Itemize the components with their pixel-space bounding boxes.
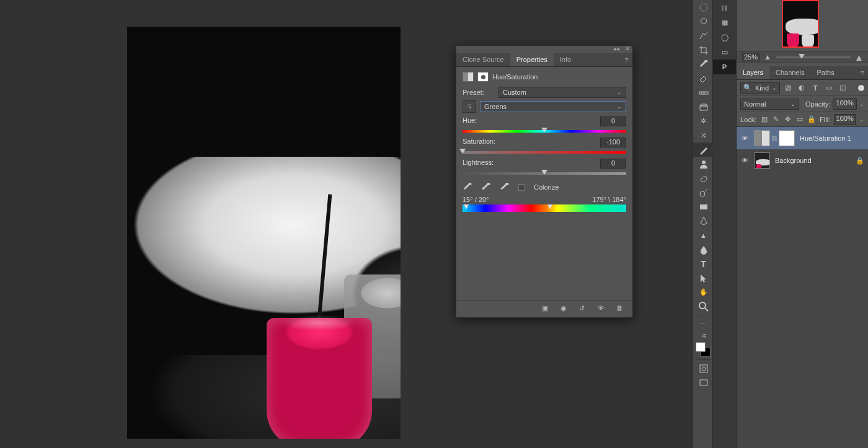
fill-value[interactable]: 100% [834,114,856,125]
navigator-thumbnail[interactable] [782,0,819,48]
blend-mode-dropdown[interactable]: Normal ⌄ [740,99,799,110]
panel-titlebar[interactable]: ◂◂ ✕ [456,46,632,53]
filter-type-icon[interactable]: T [810,82,821,94]
filter-adjustment-icon[interactable]: ◐ [796,82,807,94]
pen-tool-icon[interactable] [693,214,714,228]
color-range-strip[interactable] [463,204,626,212]
foreground-color-swatch[interactable] [696,342,706,352]
toggle-visibility-icon[interactable]: 👁 [598,304,608,314]
saturation-slider[interactable] [463,149,626,155]
quick-mask-icon[interactable] [693,361,714,376]
layer-row[interactable]: 👁 ⛓ Hue/Saturation 1 [737,127,868,149]
collapse-icon[interactable]: ◂◂ [613,46,619,52]
filter-toggle[interactable] [858,85,864,91]
clip-to-layer-icon[interactable]: ▣ [542,304,552,314]
targeted-adjustment-tool[interactable]: ☟ [463,100,476,113]
smudge-tool-icon[interactable] [693,171,714,185]
type-tool-icon[interactable]: T [693,257,714,271]
filter-pixel-icon[interactable]: ▧ [782,82,794,94]
zoom-tool-icon[interactable] [693,299,714,314]
mask-thumbnail[interactable] [779,130,795,146]
layer-thumbnail[interactable] [754,152,770,169]
quick-selection-tool-icon[interactable] [693,29,714,43]
ruler-tool-icon[interactable] [693,86,714,100]
lock-pixels-icon[interactable]: ✎ [772,115,780,124]
range-right-handle[interactable] [547,204,552,209]
layer-mask-icon[interactable] [477,72,489,82]
zoom-in-mountain-icon[interactable]: ▲ [854,52,863,63]
saturation-value[interactable]: -100 [600,138,626,147]
circle-preset-icon[interactable]: ◯ [713,30,736,45]
zoom-slider[interactable] [776,56,851,58]
channel-dropdown[interactable]: Greens ⌄ [480,101,626,112]
hue-value[interactable]: 0 [600,116,626,126]
close-icon[interactable]: ✕ [625,46,630,52]
presets-p-icon[interactable]: P [713,59,736,74]
eyedropper-icon[interactable] [463,182,472,192]
layer-name[interactable]: Background [775,157,812,164]
color-swap-icon[interactable]: ⤮ [693,331,714,340]
visibility-toggle-icon[interactable]: 👁 [740,157,749,164]
tab-info[interactable]: Info [554,53,577,66]
tab-layers[interactable]: Layers [737,66,769,79]
eyedropper-add-icon[interactable] [481,182,491,192]
filter-shape-icon[interactable]: ▭ [823,82,835,94]
zoom-out-mountain-icon[interactable]: ▲ [764,53,773,61]
foreground-background-swatch[interactable] [696,342,711,357]
adjustment-thumbnail[interactable] [754,130,770,146]
opacity-value[interactable]: 100% [833,99,857,110]
layer-filter-kind-dropdown[interactable]: 🔍 Kind ⌄ [740,82,780,94]
panel-menu-icon[interactable]: ≡ [621,53,632,66]
histogram-icon[interactable]: ⫿⫿ [713,0,736,15]
delete-adjustment-icon[interactable]: 🗑 [616,304,626,314]
panel-menu-icon[interactable]: ≡ [857,66,868,79]
triangle-shape-icon[interactable]: ▲ [693,228,714,242]
lightness-slider[interactable] [463,170,626,176]
brush-tool-icon[interactable] [693,143,714,157]
eyedropper-tool-icon[interactable] [693,57,714,71]
person-portrait-icon[interactable] [693,157,714,171]
chevron-down-icon[interactable]: ⌄ [859,116,864,123]
layer-row[interactable]: 👁 Background 🔒 [737,149,868,172]
document-window[interactable] [127,27,401,439]
clone-stamp-tool-icon[interactable] [693,100,714,114]
marquee-ellipse-tool-icon[interactable] [693,0,714,14]
rectangle-tool-icon[interactable] [693,200,714,214]
lasso-tool-icon[interactable] [693,14,714,29]
lock-transparency-icon[interactable]: ▨ [760,115,768,124]
lightness-slider-knob[interactable] [541,170,547,175]
transform-tool-icon[interactable]: ⤭ [693,128,714,143]
range-left-handle[interactable] [464,204,469,209]
path-selection-tool-icon[interactable] [693,271,714,285]
mask-link-icon[interactable]: ⛓ [771,135,777,142]
tab-clone-source[interactable]: Clone Source [456,53,510,66]
folder-icon[interactable]: ▭ [713,45,736,59]
gear-rotate-icon[interactable]: ✲ [693,114,714,128]
saturation-slider-knob[interactable] [459,149,466,154]
zoom-slider-knob[interactable] [799,54,805,59]
colorize-checkbox[interactable] [518,184,525,191]
tab-channels[interactable]: Channels [769,66,810,79]
adjustment-type-icon[interactable] [463,72,474,82]
eyedropper-subtract-icon[interactable] [500,182,510,192]
healing-brush-tool-icon[interactable] [693,71,714,86]
hand-tool-icon[interactable]: ✋ [693,285,714,299]
crop-tool-icon[interactable] [693,43,714,57]
chevron-down-icon[interactable]: ⌄ [859,101,864,107]
layer-name[interactable]: Hue/Saturation 1 [800,134,851,142]
lock-artboard-icon[interactable]: ▭ [795,115,804,124]
screen-mode-icon[interactable] [693,376,714,390]
guides-icon[interactable]: ▦ [713,15,736,30]
hue-slider-knob[interactable] [541,128,547,133]
visibility-toggle-icon[interactable]: 👁 [740,134,749,142]
hue-slider[interactable] [463,128,626,134]
dodge-tool-icon[interactable] [693,185,714,200]
preset-dropdown[interactable]: Custom ⌄ [498,87,626,98]
lightness-value[interactable]: 0 [600,159,626,169]
edit-toolbar-icon[interactable]: ⋯ [693,317,714,331]
lock-all-icon[interactable]: 🔒 [807,115,816,124]
view-previous-state-icon[interactable]: ◉ [560,304,570,314]
tab-paths[interactable]: Paths [811,66,841,79]
blur-tool-icon[interactable] [693,242,714,257]
lock-position-icon[interactable]: ✥ [784,115,792,124]
